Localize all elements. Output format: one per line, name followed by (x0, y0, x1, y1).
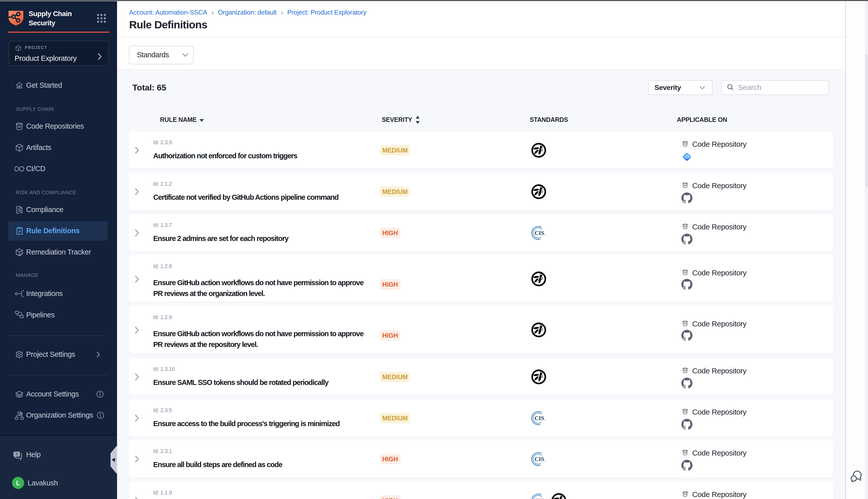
svg-text:?: ? (15, 452, 18, 456)
